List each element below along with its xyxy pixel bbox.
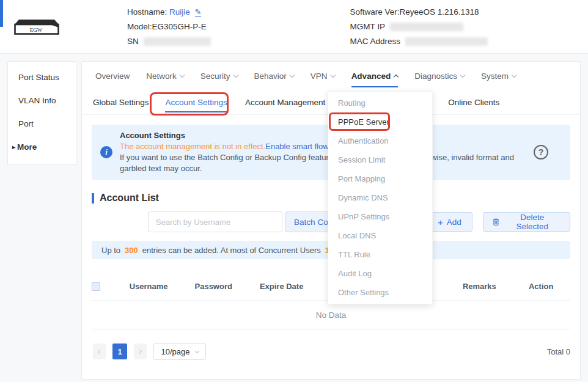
subtab-online-clients[interactable]: Online Clients [448, 98, 499, 107]
mac-label: MAC Address [350, 37, 401, 46]
edit-hostname-icon[interactable]: ✎ [195, 7, 202, 17]
menu-item-pppoe-server[interactable]: PPPoE Server [328, 112, 432, 131]
tab-security[interactable]: Security [200, 62, 238, 90]
sidebar-item-port-status[interactable]: Port Status [8, 65, 76, 89]
sidebar-item-vlan-info[interactable]: VLAN Info [8, 89, 76, 112]
device-logo: EGW [13, 18, 61, 36]
hostname-label: Hostname: [127, 7, 167, 17]
tab-overview[interactable]: Overview [95, 62, 130, 90]
menu-item-dynamic-dns[interactable]: Dynamic DNS [328, 188, 432, 207]
mac-redacted-value [405, 37, 488, 46]
advanced-dropdown-menu: Routing PPPoE Server Authentication Sess… [328, 91, 433, 304]
empty-state-text: No Data [92, 301, 570, 330]
subtab-account-management[interactable]: Account Management [245, 98, 325, 107]
chevron-down-icon [290, 72, 295, 77]
chevron-down-icon [180, 72, 185, 77]
hostname-value[interactable]: Ruijie [169, 7, 190, 17]
prev-page-button[interactable] [93, 343, 106, 359]
delete-selected-button[interactable]: Delete Selected [483, 212, 570, 232]
tab-advanced[interactable]: Advanced [351, 62, 399, 90]
page-size-select[interactable]: 10/page [153, 343, 206, 360]
brand-accent-bar [0, 0, 3, 27]
menu-item-upnp-settings[interactable]: UPnP Settings [328, 207, 432, 226]
svg-text:EGW: EGW [30, 26, 43, 32]
software-version-label: Software Ver:ReyeeOS 1.216.1318 [350, 5, 488, 20]
column-header-action: Action [512, 282, 570, 291]
search-input[interactable] [148, 211, 282, 232]
section-accent-bar [92, 193, 94, 204]
column-header-password: Password [181, 282, 246, 291]
tab-behavior[interactable]: Behavior [254, 62, 294, 90]
chevron-down-icon [512, 72, 516, 77]
chevron-down-icon [194, 348, 199, 353]
tab-diagnostics[interactable]: Diagnostics [414, 62, 465, 90]
menu-item-port-mapping[interactable]: Port Mapping [328, 169, 432, 188]
next-page-button[interactable] [134, 343, 147, 359]
max-entries-value: 300 [125, 246, 138, 255]
device-info-left: Hostname: Ruijie ✎ Model:EG305GH-P-E SN [127, 5, 211, 49]
tab-network[interactable]: Network [146, 62, 184, 90]
chevron-down-icon [233, 72, 238, 77]
app-header: EGW Hostname: Ruijie ✎ Model:EG305GH-P-E… [0, 0, 588, 54]
model-label: Model:EG305GH-P-E [127, 20, 211, 34]
menu-item-local-dns[interactable]: Local DNS [328, 226, 432, 245]
menu-item-authentication[interactable]: Authentication [328, 131, 432, 150]
chevron-down-icon [460, 72, 465, 77]
sidebar-item-more[interactable]: ▸ More [8, 135, 76, 158]
trash-icon [492, 218, 500, 226]
info-icon: i [100, 146, 112, 158]
banner-warning-text: The account management is not in effect. [120, 142, 265, 151]
primary-nav: Overview Network Security Behavior VPN A… [92, 62, 570, 90]
page-number-button[interactable]: 1 [112, 343, 127, 359]
menu-item-other-settings[interactable]: Other Settings [328, 283, 432, 302]
mgmt-ip-redacted-value [390, 23, 463, 31]
select-all-checkbox[interactable] [92, 282, 100, 291]
chevron-up-icon [394, 74, 399, 79]
chevron-down-icon [330, 72, 335, 77]
chevron-left-icon [98, 349, 102, 353]
add-button[interactable]: + Add [427, 212, 472, 232]
column-header-remarks: Remarks [447, 282, 512, 291]
plus-icon: + [438, 218, 443, 227]
sn-redacted-value [144, 37, 211, 46]
tab-vpn[interactable]: VPN [311, 62, 335, 90]
help-icon[interactable]: ? [534, 145, 548, 160]
sidebar-item-port[interactable]: Port [8, 112, 76, 135]
pagination: 1 10/page Total 0 [92, 343, 570, 360]
mgmt-ip-label: MGMT IP [350, 22, 385, 31]
banner-title: Account Settings [120, 130, 514, 141]
device-info-right: Software Ver:ReyeeOS 1.216.1318 MGMT IP … [350, 5, 488, 49]
chevron-right-icon [138, 349, 142, 353]
subtab-global-settings[interactable]: Global Settings [93, 98, 149, 107]
menu-item-ttl-rule[interactable]: TTL Rule [328, 245, 432, 264]
sn-label: SN [127, 37, 139, 46]
column-header-username: Username [116, 282, 181, 291]
left-sidebar: Port Status VLAN Info Port ▸ More [7, 61, 76, 165]
menu-item-routing[interactable]: Routing [328, 94, 432, 112]
menu-item-audit-log[interactable]: Audit Log [328, 264, 432, 283]
banner-text-left: If you want to use the Batch Config or B… [120, 152, 350, 163]
subtab-account-settings[interactable]: Account Settings [166, 98, 227, 107]
egw-device-icon: EGW [13, 18, 60, 36]
banner-text-wrap: garbled text may occur. [120, 163, 514, 174]
section-title-text: Account List [100, 193, 159, 204]
menu-item-session-limit[interactable]: Session Limit [328, 150, 432, 169]
column-header-expire-date: Expire Date [246, 282, 317, 291]
arrow-right-icon: ▸ [12, 144, 15, 150]
total-count-label: Total 0 [547, 347, 570, 356]
tab-system[interactable]: System [481, 62, 516, 90]
